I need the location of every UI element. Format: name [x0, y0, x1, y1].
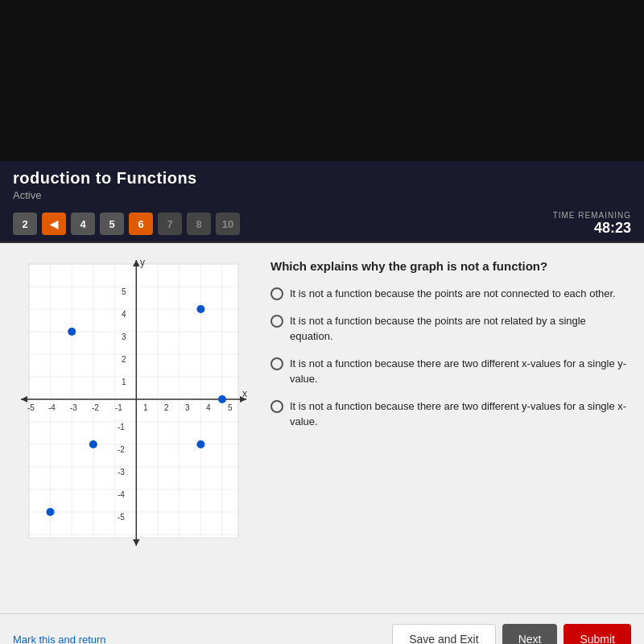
- next-button[interactable]: Next: [502, 624, 558, 644]
- svg-text:x: x: [242, 388, 247, 399]
- svg-rect-0: [29, 264, 238, 538]
- svg-text:4: 4: [122, 310, 126, 319]
- submit-button[interactable]: Submit: [564, 624, 631, 644]
- page-title: roduction to Functions: [13, 169, 631, 188]
- svg-text:-3: -3: [118, 468, 125, 477]
- svg-text:3: 3: [185, 403, 190, 412]
- time-remaining-display: TIME REMAINING 48:23: [553, 211, 631, 237]
- nav-btn-4[interactable]: 4: [71, 213, 95, 235]
- svg-text:-5: -5: [27, 403, 35, 412]
- graph-point-3-4: [196, 305, 204, 313]
- svg-text:-1: -1: [118, 423, 125, 431]
- svg-text:1: 1: [143, 403, 148, 412]
- time-remaining-value: 48:23: [553, 220, 631, 237]
- footer: Mark this and return Save and Exit Next …: [0, 613, 644, 644]
- option-c-text: It is not a function because there are t…: [290, 356, 631, 387]
- question-text: Which explains why the graph is not a fu…: [270, 259, 631, 273]
- nav-btn-2[interactable]: 2: [13, 213, 37, 235]
- graph-point-4-0: [218, 395, 226, 403]
- header-bar: roduction to Functions Active: [0, 161, 644, 206]
- svg-text:-4: -4: [48, 403, 56, 412]
- nav-btn-10[interactable]: 10: [216, 213, 240, 235]
- radio-b[interactable]: [270, 315, 283, 328]
- svg-text:-2: -2: [92, 403, 99, 412]
- radio-a[interactable]: [270, 287, 283, 300]
- svg-text:2: 2: [164, 403, 169, 412]
- page-subtitle: Active: [13, 189, 631, 201]
- graph-point-3-neg2: [196, 440, 204, 448]
- svg-text:4: 4: [206, 403, 211, 412]
- option-b-text: It is not a function because the points …: [290, 313, 631, 345]
- svg-text:-2: -2: [118, 445, 125, 454]
- main-content: x y -5 -4 -3 -2 -1 1 2 3 4 5 5 4 3 2 1 -…: [0, 243, 644, 613]
- svg-marker-29: [133, 260, 140, 266]
- svg-text:1: 1: [122, 378, 126, 386]
- save-and-exit-button[interactable]: Save and Exit: [392, 624, 495, 644]
- option-a[interactable]: It is not a function because the points …: [270, 286, 631, 302]
- option-b[interactable]: It is not a function because the points …: [270, 313, 631, 345]
- option-d[interactable]: It is not a function because there are t…: [270, 398, 631, 430]
- svg-marker-28: [21, 396, 27, 402]
- svg-text:5: 5: [122, 287, 126, 296]
- time-remaining-label: TIME REMAINING: [553, 211, 631, 220]
- graph-point-neg3-3: [68, 328, 76, 336]
- svg-text:2: 2: [122, 355, 126, 364]
- nav-btn-6[interactable]: 6: [129, 213, 153, 235]
- svg-text:3: 3: [122, 332, 126, 341]
- top-black-area: [0, 0, 644, 161]
- coordinate-graph: x y -5 -4 -3 -2 -1 1 2 3 4 5 5 4 3 2 1 -…: [13, 256, 254, 562]
- question-area: Which explains why the graph is not a fu…: [270, 256, 631, 601]
- nav-btn-back[interactable]: ◀: [42, 213, 66, 235]
- graph-area: x y -5 -4 -3 -2 -1 1 2 3 4 5 5 4 3 2 1 -…: [13, 256, 254, 601]
- graph-point-neg2-neg2: [89, 440, 97, 448]
- nav-btn-8[interactable]: 8: [187, 213, 211, 235]
- svg-text:-4: -4: [118, 490, 125, 499]
- radio-c[interactable]: [270, 357, 283, 370]
- nav-buttons: 2 ◀ 4 5 6 7 8 10: [13, 213, 240, 235]
- nav-btn-7[interactable]: 7: [158, 213, 182, 235]
- svg-marker-30: [133, 539, 140, 546]
- mark-and-return-link[interactable]: Mark this and return: [13, 634, 106, 645]
- svg-text:-1: -1: [115, 403, 122, 412]
- option-a-text: It is not a function because the points …: [290, 286, 616, 302]
- nav-btn-5[interactable]: 5: [100, 213, 124, 235]
- option-c[interactable]: It is not a function because there are t…: [270, 356, 631, 387]
- graph-point-neg4-neg5: [47, 508, 55, 516]
- svg-text:-3: -3: [70, 403, 77, 412]
- option-d-text: It is not a function because there are t…: [290, 398, 631, 430]
- navigation-bar: 2 ◀ 4 5 6 7 8 10 TIME REMAINING 48:23: [0, 206, 644, 243]
- footer-buttons: Save and Exit Next Submit: [392, 624, 631, 644]
- svg-text:-5: -5: [118, 513, 125, 522]
- radio-d[interactable]: [270, 400, 283, 413]
- svg-text:y: y: [140, 257, 145, 268]
- svg-text:5: 5: [228, 403, 233, 412]
